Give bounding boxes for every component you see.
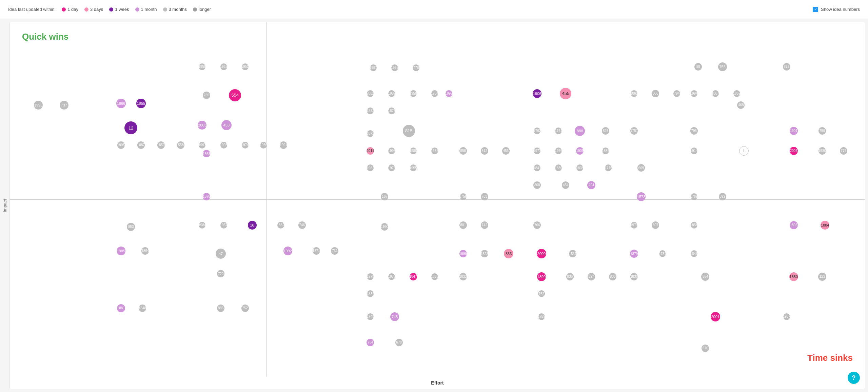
bubble-1878[interactable]: 1878 [203,193,210,200]
bubble-1737[interactable]: 1737 [659,250,666,257]
bubble-1906[interactable]: 1906 [533,89,541,98]
bubble-761[interactable]: 761 [331,247,338,255]
bubble-1775[interactable]: 1775 [605,164,612,171]
bubble-1994[interactable]: 1994 [691,90,697,97]
bubble-1879[interactable]: 1879 [630,250,638,258]
bubble-892[interactable]: 892 [719,193,726,200]
bubble-1839[interactable]: 1839 [555,164,562,171]
bubble-1957[interactable]: 1957 [220,222,227,229]
bubble-752[interactable]: 752 [241,305,249,312]
bubble-456[interactable]: 456 [502,147,510,155]
bubble-872[interactable]: 872 [783,63,790,71]
bubble-886[interactable]: 886 [217,305,224,312]
bubble-827[interactable]: 827 [588,273,595,280]
bubble-12[interactable]: 12 [124,121,137,134]
bubble-737[interactable]: 737 [60,101,68,110]
bubble-746[interactable]: 746 [298,221,306,229]
bubble-167[interactable]: 167 [381,193,388,200]
bubble-1987[interactable]: 1987 [783,313,790,320]
bubble-745[interactable]: 745 [390,312,399,321]
bubble-16[interactable]: 16 [248,221,257,230]
bubble-1953[interactable]: 1953 [391,64,398,71]
bubble-763[interactable]: 763 [481,193,488,200]
bubble-1980[interactable]: 1980 [818,147,826,155]
bubble-1832[interactable]: 1832 [367,290,374,297]
bubble-1751[interactable]: 1751 [630,127,638,135]
bubble-1881[interactable]: 1881 [117,304,125,312]
bubble-1999[interactable]: 1999 [459,250,467,257]
bubble-800[interactable]: 800 [609,273,616,280]
bubble-554[interactable]: 554 [229,89,241,101]
bubble-1[interactable]: 1 [739,146,749,156]
bubble-454[interactable]: 454 [562,181,569,189]
bubble-789[interactable]: 789 [203,92,210,99]
bubble-806[interactable]: 806 [652,90,659,97]
bubble-455[interactable]: 455 [560,88,571,99]
bubble-1823[interactable]: 1823 [481,250,488,257]
bubble-1759[interactable]: 1759 [538,313,545,320]
bubble-1973[interactable]: 1973 [631,222,637,229]
bubble-796[interactable]: 796 [690,127,698,135]
bubble-2003[interactable]: 2003 [198,121,206,130]
bubble-669[interactable]: 669 [637,164,645,172]
bubble-1883[interactable]: 1883 [367,107,374,114]
bubble-815[interactable]: 815 [403,125,415,137]
bubble-1850[interactable]: 1850 [157,141,165,149]
show-numbers-control[interactable]: ✓ Show idea numbers [813,7,860,12]
bubble-720[interactable]: 720 [217,270,224,277]
bubble-1867[interactable]: 1867 [712,90,719,97]
bubble-2000[interactable]: 2000 [537,249,546,258]
bubble-1762[interactable]: 1762 [534,128,540,134]
bubble-1865[interactable]: 1865 [631,90,637,97]
bubble-1890[interactable]: 1890 [537,272,546,281]
bubble-1833[interactable]: 1833 [459,273,467,280]
bubble-1951[interactable]: 1951 [242,63,249,70]
help-button[interactable]: ? [848,372,860,384]
bubble-762[interactable]: 762 [538,290,545,297]
bubble-1979[interactable]: 1979 [367,273,374,280]
bubble-808[interactable]: 808 [533,181,541,189]
bubble-1983[interactable]: 1983 [431,148,438,154]
bubble-1997[interactable]: 1997 [199,142,205,149]
bubble-1761[interactable]: 1761 [555,128,562,134]
bubble-766[interactable]: 766 [533,221,541,229]
bubble-1984[interactable]: 1984 [199,222,205,229]
bubble-1872[interactable]: 1872 [367,130,374,137]
bubble-1985[interactable]: 1985 [117,247,125,255]
bubble-825[interactable]: 825 [602,127,609,135]
bubble-1955[interactable]: 1955 [410,164,417,171]
bubble-1892[interactable]: 1892 [446,90,452,97]
bubble-1887[interactable]: 1887 [137,141,145,149]
bubble-1990[interactable]: 1990 [381,223,388,231]
bubble-468[interactable]: 468 [737,101,745,109]
bubble-453[interactable]: 453 [221,120,232,130]
bubble-1893[interactable]: 1893 [790,221,798,229]
bubble-807[interactable]: 807 [652,221,659,229]
bubble-1956[interactable]: 1956 [260,142,267,149]
bubble-123[interactable]: 123 [818,273,826,281]
bubble-1901[interactable]: 1901 [790,127,798,135]
bubble-1567[interactable]: 1567 [569,250,576,257]
bubble-1838[interactable]: 1838 [431,273,438,280]
bubble-1868[interactable]: 1868 [203,150,210,157]
bubble-424[interactable]: 424 [587,181,595,189]
bubble-853[interactable]: 853 [127,223,135,231]
bubble-835[interactable]: 835 [566,273,574,280]
bubble-1846[interactable]: 1846 [691,250,697,257]
bubble-2001[interactable]: 2001 [711,312,720,321]
bubble-1875[interactable]: 1875 [388,107,395,114]
bubble-670[interactable]: 670 [702,345,709,352]
bubble-1977[interactable]: 1977 [534,148,540,154]
bubble-1847[interactable]: 1847 [410,273,417,280]
bubble-1864[interactable]: 1864 [141,247,149,255]
bubble-1855[interactable]: 1855 [136,99,146,108]
bubble-1988[interactable]: 1988 [410,148,417,154]
bubble-1978[interactable]: 1978 [388,273,395,280]
bubble-1958[interactable]: 1958 [410,90,417,97]
bubble-1756[interactable]: 1756 [460,193,467,200]
bubble-1954[interactable]: 1954 [431,90,438,97]
show-numbers-checkbox[interactable]: ✓ [813,7,818,12]
bubble-1848[interactable]: 1848 [139,305,146,312]
bubble-1909[interactable]: 1909 [576,147,584,155]
bubble-1830[interactable]: 1830 [630,273,638,280]
